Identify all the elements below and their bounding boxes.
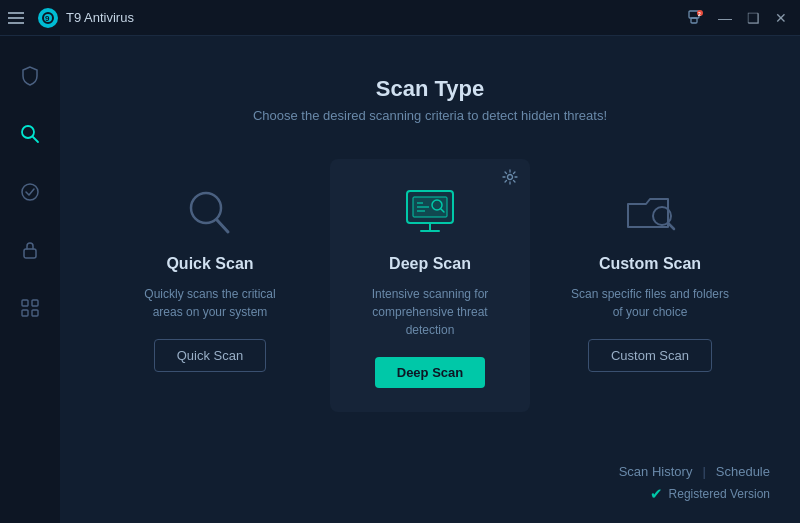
deep-scan-button[interactable]: Deep Scan [375,357,485,388]
settings-icon[interactable] [502,169,518,185]
custom-scan-name: Custom Scan [599,255,701,273]
svg-line-15 [217,220,228,232]
registered-icon: ✔ [650,485,663,503]
title-bar-left: 9 T9 Antivirus [8,8,134,28]
content-area: Scan Type Choose the desired scanning cr… [60,36,800,523]
quick-scan-desc: Quickly scans the critical areas on your… [130,285,290,321]
sidebar-item-tools[interactable] [10,288,50,328]
notification-icon[interactable]: 2 [686,9,708,27]
deep-scan-desc: Intensive scanning for comprehensive thr… [350,285,510,339]
quick-scan-button[interactable]: Quick Scan [154,339,266,372]
sidebar-item-scan[interactable] [10,114,50,154]
minimize-button[interactable]: — [714,7,736,29]
custom-scan-icon [615,183,685,243]
svg-rect-13 [32,310,38,316]
app-title: T9 Antivirus [66,10,134,25]
svg-rect-3 [691,18,697,23]
sidebar-item-privacy[interactable] [10,230,50,270]
quick-scan-name: Quick Scan [166,255,253,273]
sidebar [0,36,60,523]
sidebar-item-protection[interactable] [10,56,50,96]
maximize-button[interactable]: ❑ [742,7,764,29]
svg-rect-9 [24,249,36,258]
deep-scan-name: Deep Scan [389,255,471,273]
app-icon: 9 [38,8,58,28]
footer-divider: | [702,464,705,479]
svg-rect-11 [32,300,38,306]
schedule-link[interactable]: Schedule [716,464,770,479]
registered-label: Registered Version [669,487,770,501]
svg-line-7 [33,137,38,142]
main-layout: Scan Type Choose the desired scanning cr… [0,36,800,523]
sidebar-item-status[interactable] [10,172,50,212]
svg-point-14 [191,193,221,223]
svg-point-6 [22,126,34,138]
custom-scan-card: Custom Scan Scan specific files and fold… [550,159,750,396]
registered-row: ✔ Registered Version [90,483,770,503]
deep-scan-icon [395,183,465,243]
svg-point-16 [508,175,513,180]
scan-history-link[interactable]: Scan History [619,464,693,479]
quick-scan-icon [175,183,245,243]
svg-text:2: 2 [698,11,701,17]
deep-scan-card: Deep Scan Intensive scanning for compreh… [330,159,530,412]
title-bar-controls: 2 — ❑ ✕ [686,7,792,29]
scan-cards-container: Quick Scan Quickly scans the critical ar… [90,159,770,454]
page-subtitle: Choose the desired scanning criteria to … [90,108,770,123]
svg-rect-10 [22,300,28,306]
custom-scan-desc: Scan specific files and folders of your … [570,285,730,321]
footer-links: Scan History | Schedule [90,454,770,483]
page-title: Scan Type [90,76,770,102]
custom-scan-button[interactable]: Custom Scan [588,339,712,372]
close-button[interactable]: ✕ [770,7,792,29]
svg-rect-12 [22,310,28,316]
hamburger-menu-button[interactable] [8,12,24,24]
quick-scan-card: Quick Scan Quickly scans the critical ar… [110,159,310,396]
svg-point-8 [22,184,38,200]
title-bar: 9 T9 Antivirus 2 — ❑ ✕ [0,0,800,36]
svg-text:9: 9 [45,14,50,23]
